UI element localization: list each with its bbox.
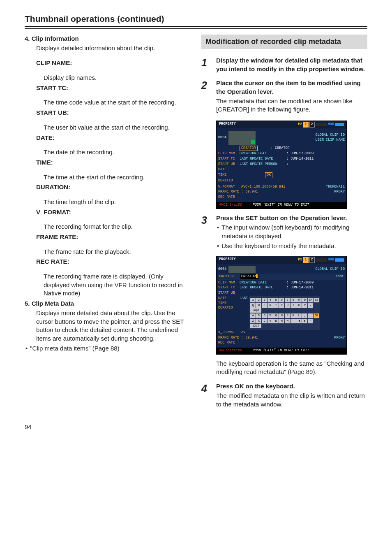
shot1-prop: PROPERTY: [219, 122, 236, 128]
kbd-key: M: [285, 319, 290, 323]
shot1-brand: AVCIntra100: [219, 203, 242, 207]
shot1-r0-fld: CREATION DATE: [240, 151, 285, 156]
start-tc-text: The time code value at the start of the …: [44, 98, 191, 107]
kbd-key: X: [256, 319, 261, 323]
recrate-label: REC RATE:: [36, 258, 191, 266]
shot2-r1-fld: LAST UPDATE DATE: [240, 285, 285, 290]
item-4-num: 4.: [25, 35, 30, 42]
shot1-slot2: 2: [309, 122, 315, 128]
kbd-key: I: [291, 303, 296, 308]
item-5-heading: 5. Clip Meta Data: [25, 299, 191, 308]
shot2-footer: AVCIntra100 PUSH "EXIT" IN MENU TO EXIT: [217, 348, 346, 354]
kbd-key: Caps: [250, 308, 261, 313]
shot1-r2-fld: LAST UPDATE PERSON: [240, 162, 285, 167]
kbd-key: J: [285, 313, 290, 318]
shot1-vformat: V_FORMAT : AVC-I_100_1080/59.94i: [218, 185, 285, 190]
kbd-key: B: [273, 319, 279, 323]
shot1-r0-lbl: CLIP NAM: [218, 151, 238, 156]
shot1-thumbnail: THUMBNAIL: [326, 185, 345, 190]
step-3-bullet-1-text: Use the keyboard to modify the metadata.: [221, 242, 336, 251]
shot1-gap: [316, 123, 327, 126]
shot2-r1-lbl: START TC: [218, 285, 238, 290]
kbd-key: S: [256, 313, 261, 318]
play-icon: [251, 140, 255, 144]
shot2-r5-lbl: DURATIO: [218, 306, 238, 311]
section-heading: Modification of recorded clip metadata: [201, 35, 367, 49]
kbd-key: 6: [279, 298, 284, 302]
shot1-recrate: REC RATE :: [218, 195, 239, 200]
kbd-key: 9: [296, 298, 302, 302]
shot2-rr: REC RATE :: [218, 341, 345, 346]
shot2-input-row: CREATOR CREATOR NAME: [218, 274, 345, 280]
kbd-key: F: [267, 313, 273, 318]
shot1-r2-lbl: START UB: [218, 162, 238, 167]
item-5-num: 5.: [25, 300, 30, 307]
kbd-key: 3: [262, 298, 267, 302]
shot2-r1-val: : JUN-14-2011: [286, 285, 314, 290]
kbd-key: 4: [267, 298, 273, 302]
shot2-gap: [316, 258, 327, 262]
shot1-r5: DURATIO: [218, 179, 345, 183]
shot1-ok: OK: [265, 172, 272, 178]
step-3-bullet-0-text: The input window (soft keyboard) for mod…: [221, 223, 367, 240]
kbd-key: R: [267, 303, 273, 308]
kbd-key: E: [262, 303, 267, 308]
kbd-row-2: QWERTYUIOP-Caps: [250, 303, 319, 313]
framerate-label: FRAME RATE:: [36, 233, 191, 241]
shot1-r3-lbl: DATE: [218, 167, 238, 172]
kbd-key: SP: [308, 298, 313, 302]
shot2-last: LAST: [240, 296, 248, 330]
kbd-key: BS: [314, 298, 319, 302]
shot2-r3-lbl: DATE: [218, 296, 238, 301]
framerate-text: The frame rate for the playback.: [44, 248, 191, 256]
kbd-key: U: [285, 303, 290, 308]
shot1-creator-row: CREATOR : CREATOR: [218, 146, 345, 151]
columns: 4. Clip Information Displays detailed in…: [25, 35, 367, 415]
shot1-r4: TIME OK: [218, 172, 345, 178]
step-4-para: The modified metadata on the clip is wri…: [216, 392, 367, 408]
kbd-key: Z: [250, 319, 256, 323]
shot1-framerate: FRAME RATE : 59.94i: [218, 190, 258, 195]
right-column: Modification of recorded clip metadata 1…: [201, 35, 367, 415]
step-3-bullet-1: Use the keyboard to modify the metadata.: [217, 242, 367, 251]
kbd-key: 1: [250, 298, 256, 302]
shot2-kbd-area: DATE TIME DURATIO LAST 1234567890SPBS QW…: [218, 296, 345, 330]
recrate-text: The recording frame rate is displayed. (…: [44, 272, 191, 298]
shot1-footer: AVCIntra100 PUSH "EXIT" IN MENU TO EXIT: [217, 202, 346, 209]
shot2-r0-lbl: CLIP NAM: [218, 281, 238, 285]
shot1-globalid: GLOBAL CLIP ID: [316, 133, 345, 138]
kbd-key: K: [291, 313, 296, 318]
shot2-thumb: [228, 266, 256, 273]
vformat-label: V_FORMAT:: [36, 208, 191, 217]
kbd-key: V: [267, 319, 273, 323]
item-4-heading: 4. Clip Information: [25, 35, 191, 43]
shot1-vf: V_FORMAT : AVC-I_100_1080/59.94i THUMBNA…: [218, 185, 345, 190]
item-4-title: Clip Information: [32, 35, 79, 42]
kbd-key: A: [250, 313, 256, 318]
step-3-num: 3: [201, 214, 210, 251]
shot2-recrate: REC RATE :: [218, 341, 239, 346]
step-3-bullet-0: The input window (soft keyboard) for mod…: [217, 223, 367, 240]
kbd-key: T: [273, 303, 279, 308]
step-4-body: Press OK on the keyboard. The modified m…: [216, 382, 367, 409]
kbd-key: Q: [250, 303, 256, 308]
shot2-hdd-bar: [335, 258, 344, 262]
page: Thumbnail operations (continued) 4. Clip…: [0, 0, 392, 439]
shot1-exit: PUSH "EXIT" IN MENU TO EXIT: [253, 203, 309, 207]
cursor-icon: [256, 274, 258, 278]
kbd-key: 0: [302, 298, 307, 302]
step-1: 1 Display the window for detailed clip m…: [201, 56, 367, 73]
clip-name-text: Display clip names.: [44, 74, 191, 82]
duration-text: The time length of the clip.: [44, 198, 191, 207]
shot2-ids: GLOBAL CLIP ID: [316, 267, 345, 272]
item-4-desc: Displays detailed information about the …: [36, 44, 191, 53]
shot1-p2: P2: [298, 122, 302, 127]
shot2-exit: PUSH "EXIT" IN MENU TO EXIT: [253, 348, 309, 353]
shot2: PROPERTY P2 1 2 HDD 0004: [216, 256, 347, 354]
kbd-key: ;: [302, 313, 307, 318]
step-2-para: The metadata that can be modified are sh…: [216, 97, 367, 114]
item-5-desc: Displays more detailed data about the cl…: [36, 309, 191, 343]
left-column: 4. Clip Information Displays detailed in…: [25, 35, 191, 415]
kbd-row-1: 1234567890SPBS: [250, 298, 319, 302]
shot2-slots: P2 1 2 HDD: [298, 257, 344, 263]
